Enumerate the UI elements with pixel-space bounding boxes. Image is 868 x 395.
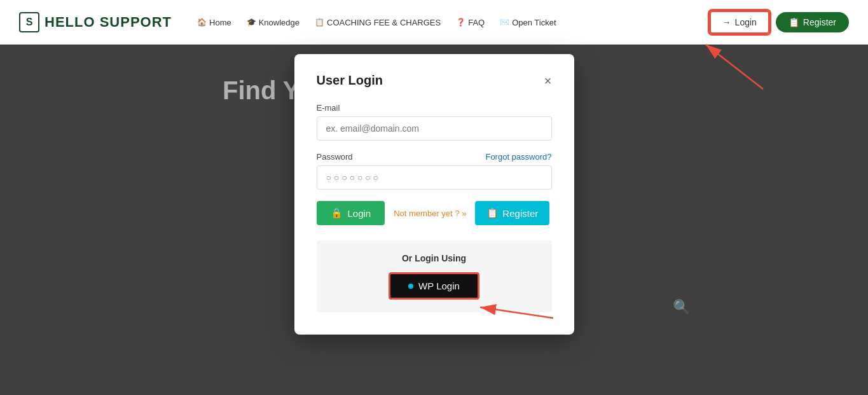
modal-title: User Login [317, 73, 383, 88]
register-list-icon: 📋 [486, 207, 499, 219]
password-label: Password [317, 152, 353, 162]
or-section: Or Login Using WP Login [317, 240, 552, 312]
login-button[interactable]: 🔒 Login [317, 201, 385, 225]
login-button-label: Login [348, 208, 371, 219]
password-input[interactable] [317, 165, 552, 190]
modal-backdrop: User Login × E-mail Password Forgot pass… [0, 0, 868, 395]
forgot-password-link[interactable]: Forgot password? [485, 152, 551, 162]
register-button-label: Register [502, 208, 538, 219]
lock-icon: 🔒 [331, 207, 343, 219]
modal-close-button[interactable]: × [544, 74, 552, 87]
action-row: 🔒 Login Not member yet ? » 📋 Register [317, 201, 552, 225]
register-button[interactable]: 📋 Register [475, 201, 549, 225]
email-input[interactable] [317, 116, 552, 141]
modal-header: User Login × [317, 73, 552, 88]
email-label: E-mail [317, 103, 552, 113]
or-title: Or Login Using [329, 253, 539, 263]
wp-login-button[interactable]: WP Login [389, 272, 479, 300]
not-member-text: Not member yet ? » [394, 209, 466, 218]
wp-dot-icon [408, 284, 413, 289]
password-group: Password Forgot password? [317, 152, 552, 190]
wp-login-label: WP Login [418, 281, 460, 291]
email-group: E-mail [317, 103, 552, 141]
login-modal: User Login × E-mail Password Forgot pass… [294, 54, 574, 335]
password-label-row: Password Forgot password? [317, 152, 552, 162]
